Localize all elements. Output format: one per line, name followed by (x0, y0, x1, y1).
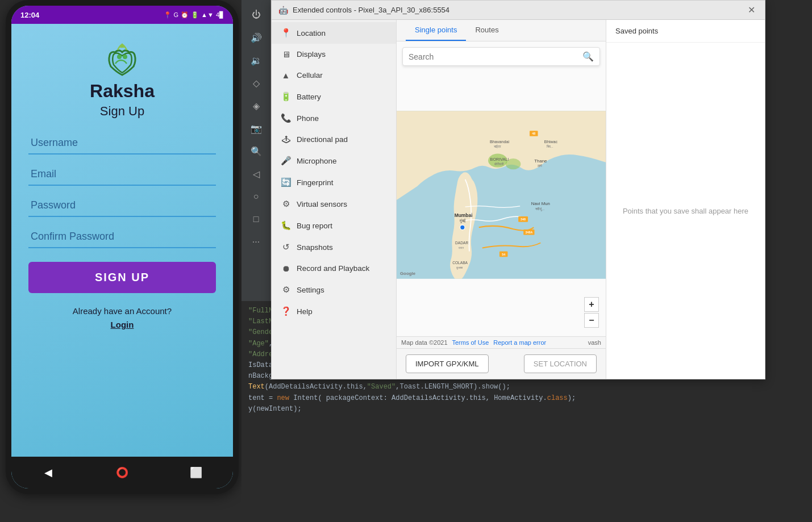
code-line: tent = new Intent( packageContext: AddDe… (248, 393, 805, 404)
zoom-in-button[interactable]: + (584, 297, 599, 312)
nav-label-fingerprint: Fingerprint (297, 178, 334, 187)
svg-text:348: 348 (520, 218, 526, 221)
record-nav-icon: ⏺ (281, 264, 291, 273)
tag-tool[interactable]: ◈ (246, 95, 266, 116)
tab-routes[interactable]: Routes (466, 20, 507, 41)
nav-item-battery[interactable]: 🔋 Battery (272, 86, 396, 107)
location-nav-icon: 📍 (281, 28, 291, 38)
displays-nav-icon: 🖥 (281, 49, 291, 59)
svg-text:DADAR: DADAR (455, 241, 468, 245)
help-nav-icon: ❓ (281, 306, 291, 316)
vash-label: vash (588, 339, 601, 346)
nav-item-displays[interactable]: 🖥 Displays (272, 44, 396, 65)
search-icon[interactable]: 🔍 (582, 51, 594, 62)
power-tool[interactable]: ⏻ (246, 5, 266, 25)
clock-icon: ⏰ (181, 11, 189, 19)
square-nav-tool[interactable]: □ (246, 209, 266, 229)
map-section[interactable]: 🔍 (397, 41, 606, 348)
back-button[interactable]: ◀ (39, 463, 57, 482)
location-tabs: Single points Routes (397, 20, 606, 41)
svg-text:कुलाबा: कुलाबा (456, 266, 463, 270)
svg-text:348A: 348A (525, 231, 532, 234)
recents-button[interactable]: ⬜ (187, 463, 205, 482)
email-field[interactable] (28, 164, 216, 186)
svg-text:Bhiwac: Bhiwac (544, 140, 558, 145)
camera-tool[interactable]: 📷 (246, 118, 266, 139)
phone-nav-icon: 📞 (281, 113, 291, 123)
saved-points-empty-message: Points that you save shall appear here (606, 43, 765, 379)
nav-item-cellular[interactable]: ▲ Cellular (272, 65, 396, 86)
nav-item-snapshots[interactable]: ↺ Snapshots (272, 236, 396, 258)
map-controls: + − (584, 297, 599, 328)
cellular-nav-icon: ▲ (281, 70, 291, 80)
nav-item-help[interactable]: ❓ Help (272, 300, 396, 322)
nav-label-phone: Phone (297, 114, 319, 123)
svg-point-23 (460, 225, 465, 229)
map-search-bar: 🔍 (402, 47, 600, 66)
window-title: Extended controls - Pixel_3a_API_30_x86:… (293, 6, 744, 14)
username-field[interactable] (28, 132, 216, 154)
nav-label-displays: Displays (297, 50, 326, 59)
nav-item-fingerprint[interactable]: 🔄 Fingerprint (272, 172, 396, 193)
import-gpx-kml-button[interactable]: IMPORT GPX/KML (406, 354, 489, 373)
svg-text:BORIVALI: BORIVALI (490, 157, 509, 162)
nav-item-bug-report[interactable]: 🐛 Bug report (272, 215, 396, 236)
fingerprint-nav-icon: 🔄 (281, 177, 291, 187)
app-title: Raksha (90, 81, 155, 102)
android-phone: 12:04 📍 G ⏰ 🔋 ▲▼ 4▊ (6, 0, 239, 494)
map-view: 348 348A 54 48 Bhavandai भाईदर Bhiwac भि… (397, 41, 606, 348)
nav-item-directional-pad[interactable]: 🕹 Directional pad (272, 129, 396, 150)
svg-text:बोरीवली: बोरीवली (494, 162, 504, 166)
nav-label-help: Help (297, 307, 313, 316)
nav-item-virtual-sensors[interactable]: ⚙ Virtual sensors (272, 193, 396, 215)
report-link[interactable]: Report a map error (493, 339, 546, 346)
svg-text:भाईदर: भाईदर (494, 144, 501, 148)
android-icon: 🤖 (278, 6, 288, 15)
volume-down-tool[interactable]: 🔉 (246, 50, 266, 70)
confirm-password-field[interactable] (28, 226, 216, 248)
phone-navbar: ◀ ⭕ ⬜ (11, 457, 233, 488)
nav-item-microphone[interactable]: 🎤 Microphone (272, 150, 396, 172)
svg-text:नवी मुं...: नवी मुं... (535, 207, 545, 211)
tab-single-points[interactable]: Single points (406, 20, 466, 41)
status-time: 12:04 (20, 11, 39, 19)
nav-label-sensors: Virtual sensors (297, 200, 347, 208)
signal-icon: 4▊ (216, 11, 224, 19)
svg-text:मुंबई: मुंबई (459, 218, 466, 223)
map-footer: Map data ©2021 Terms of Use Report a map… (397, 336, 606, 348)
side-toolbar: ⏻ 🔊 🔉 ◇ ◈ 📷 🔍 ◁ ○ □ ··· (241, 0, 271, 301)
extended-controls-window: 🤖 Extended controls - Pixel_3a_API_30_x8… (271, 0, 765, 379)
svg-text:Thane: Thane (534, 158, 547, 164)
phone-statusbar: 12:04 📍 G ⏰ 🔋 ▲▼ 4▊ (11, 6, 233, 24)
sensors-nav-icon: ⚙ (281, 199, 291, 209)
app-subtitle: Sign Up (100, 104, 144, 119)
signup-button[interactable]: SIGN UP (28, 262, 216, 293)
map-search-input[interactable] (409, 52, 582, 61)
controls-nav: 📍 Location 🖥 Displays ▲ Cellular 🔋 Batte… (272, 20, 397, 379)
map-data-label: Map data ©2021 (401, 339, 448, 346)
set-location-button[interactable]: SET LOCATION (524, 354, 597, 373)
nav-item-location[interactable]: 📍 Location (272, 22, 396, 44)
password-field[interactable] (28, 195, 216, 217)
login-link[interactable]: Login (111, 320, 134, 329)
more-tool[interactable]: ··· (246, 232, 266, 252)
mic-nav-icon: 🎤 (281, 156, 291, 166)
volume-up-tool[interactable]: 🔊 (246, 27, 266, 48)
back-nav-tool[interactable]: ◁ (246, 164, 266, 184)
nav-item-phone[interactable]: 📞 Phone (272, 107, 396, 129)
rotate-tool[interactable]: ◇ (246, 73, 266, 93)
terms-link[interactable]: Terms of Use (452, 339, 489, 346)
circle-nav-tool[interactable]: ○ (246, 186, 266, 207)
close-button[interactable]: ✕ (744, 3, 758, 17)
svg-text:Mumbai: Mumbai (455, 212, 473, 218)
zoom-out-button[interactable]: − (584, 313, 599, 328)
nav-item-record-playback[interactable]: ⏺ Record and Playback (272, 258, 396, 279)
zoom-tool[interactable]: 🔍 (246, 141, 266, 161)
dpad-nav-icon: 🕹 (281, 135, 291, 144)
phone-content: Raksha Sign Up SIGN UP Already have an A… (11, 24, 233, 457)
location-actions: IMPORT GPX/KML SET LOCATION (397, 348, 606, 379)
nav-item-settings[interactable]: ⚙ Settings (272, 279, 396, 300)
home-button[interactable]: ⭕ (113, 463, 131, 482)
saved-points-title: Saved points (606, 20, 765, 43)
login-text: Already have an Account? Login (73, 304, 172, 332)
